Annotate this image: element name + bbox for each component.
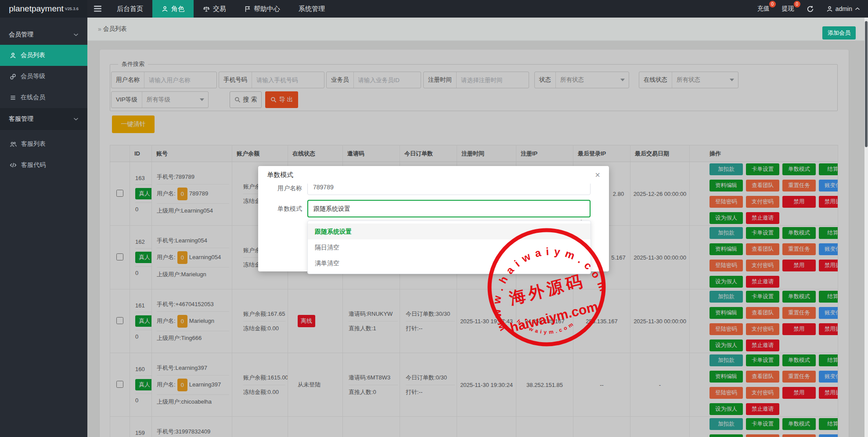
modal-mode-row: 单数模式 跟随系统设置	[258, 200, 609, 217]
nav-item-4[interactable]: 系统管理	[289, 0, 334, 18]
username-field[interactable]: 789789	[307, 184, 591, 195]
flag-icon	[245, 6, 251, 12]
link-icon	[10, 73, 16, 80]
dropdown-option-0[interactable]: 跟随系统设置	[308, 224, 591, 239]
vertical-scrollbar	[864, 18, 868, 437]
withdraw-link[interactable]: 提现 0	[782, 5, 794, 13]
users-icon	[10, 141, 17, 148]
mode-field-label: 单数模式	[258, 200, 302, 217]
close-icon[interactable]: ×	[595, 170, 600, 179]
chevron-up-icon	[855, 7, 860, 11]
nav-item-3[interactable]: 帮助中心	[235, 0, 289, 18]
sidebar: 会员管理会员列表会员等级在线会员客服管理客服列表客服代码	[0, 18, 87, 437]
withdraw-badge: 0	[794, 1, 800, 7]
chevron-down-icon	[73, 117, 79, 121]
scales-icon	[203, 6, 210, 12]
menu-toggle-icon[interactable]	[87, 0, 108, 18]
user-icon	[162, 6, 168, 12]
dropdown-option-1[interactable]: 隔日清空	[308, 239, 591, 255]
recharge-link[interactable]: 充值 0	[757, 5, 770, 13]
double-arrow-icon: »	[98, 25, 101, 33]
user-icon	[826, 6, 833, 12]
brand-name: planetpayment	[9, 4, 64, 14]
navbar: planetpayment V25.3.6 后台首页角色交易帮助中心系统管理 充…	[0, 0, 868, 18]
sidebar-group-1[interactable]: 客服管理	[0, 108, 87, 130]
sidebar-item-0-0[interactable]: 会员列表	[0, 45, 87, 66]
nav-item-0[interactable]: 后台首页	[108, 0, 152, 18]
chevron-down-icon	[73, 33, 79, 36]
refresh-icon[interactable]	[807, 5, 814, 13]
page-title: 会员列表	[103, 25, 127, 33]
sidebar-item-0-1[interactable]: 会员等级	[0, 66, 87, 87]
sidebar-item-1-1[interactable]: 客服代码	[0, 155, 87, 176]
add-member-button[interactable]: 添加会员	[822, 26, 856, 40]
nav-item-1[interactable]: 角色	[152, 0, 194, 18]
breadcrumb: » 会员列表	[98, 25, 127, 33]
code-icon	[10, 162, 17, 168]
username-field-label: 用户名称	[258, 184, 302, 197]
list-icon	[10, 94, 16, 101]
modal-title: 单数模式	[267, 171, 293, 179]
modal-header: 单数模式 ×	[258, 166, 609, 184]
order-mode-dropdown: 跟随系统设置 隔日清空 满单清空	[307, 220, 591, 274]
breadcrumb-bar: » 会员列表 添加会员	[87, 18, 868, 41]
modal-username-row: 用户名称 789789	[258, 184, 609, 197]
app: planetpayment V25.3.6 后台首页角色交易帮助中心系统管理 充…	[0, 0, 868, 437]
brand-logo: planetpayment V25.3.6	[0, 0, 87, 18]
navbar-right: 充值 0 提现 0 admin	[757, 0, 868, 18]
brand-version: V25.3.6	[65, 7, 79, 11]
navbar-menu: 后台首页角色交易帮助中心系统管理	[108, 0, 334, 18]
dropdown-option-2[interactable]: 满单清空	[308, 255, 591, 271]
user-icon	[10, 52, 16, 59]
recharge-badge: 0	[769, 1, 776, 7]
nav-item-2[interactable]: 交易	[194, 0, 235, 18]
sidebar-item-0-2[interactable]: 在线会员	[0, 87, 87, 108]
username-label: admin	[836, 5, 852, 12]
order-mode-select[interactable]: 跟随系统设置	[307, 200, 591, 217]
order-mode-value: 跟随系统设置	[313, 205, 350, 212]
scrollbar-thumb[interactable]	[865, 21, 868, 147]
sidebar-group-0[interactable]: 会员管理	[0, 25, 87, 45]
sidebar-item-1-0[interactable]: 客服列表	[0, 134, 87, 155]
user-menu[interactable]: admin	[826, 5, 860, 12]
